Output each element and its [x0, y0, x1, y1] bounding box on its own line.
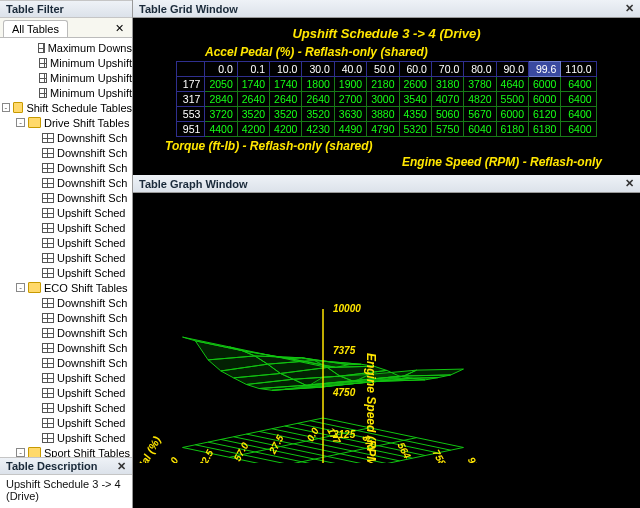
tree-item[interactable]: Downshift Sch [2, 190, 132, 205]
grid-cell[interactable]: 2640 [302, 92, 334, 107]
grid-cell[interactable]: 6400 [561, 92, 596, 107]
column-header[interactable]: 90.0 [496, 62, 528, 77]
column-header[interactable]: 40.0 [334, 62, 366, 77]
column-header[interactable]: 60.0 [399, 62, 431, 77]
grid-cell[interactable]: 1740 [270, 77, 302, 92]
tree-item[interactable]: Minimum Upshift [2, 70, 132, 85]
grid-cell[interactable]: 4200 [270, 122, 302, 137]
grid-cell[interactable]: 4230 [302, 122, 334, 137]
tree-item[interactable]: Upshift Sched [2, 430, 132, 445]
column-header[interactable]: 110.0 [561, 62, 596, 77]
grid-cell[interactable]: 3540 [399, 92, 431, 107]
grid-cell[interactable]: 6040 [464, 122, 496, 137]
grid-cell[interactable]: 2600 [399, 77, 431, 92]
grid-cell[interactable]: 3000 [367, 92, 399, 107]
grid-cell[interactable]: 6000 [528, 92, 560, 107]
tree-item[interactable]: Upshift Sched [2, 400, 132, 415]
grid-cell[interactable]: 3180 [431, 77, 463, 92]
row-header[interactable]: 951 [177, 122, 205, 137]
grid-cell[interactable]: 3520 [270, 107, 302, 122]
close-icon[interactable]: ✕ [117, 459, 126, 473]
row-header[interactable]: 317 [177, 92, 205, 107]
grid-cell[interactable]: 4350 [399, 107, 431, 122]
grid-cell[interactable]: 5320 [399, 122, 431, 137]
tree-item[interactable]: Minimum Upshift [2, 55, 132, 70]
close-icon[interactable]: ✕ [109, 20, 130, 37]
row-header[interactable]: 177 [177, 77, 205, 92]
tree-item[interactable]: Maximum Downs [2, 40, 132, 55]
tree-item[interactable]: Downshift Sch [2, 130, 132, 145]
grid-cell[interactable]: 6000 [496, 107, 528, 122]
grid-cell[interactable]: 3520 [237, 107, 269, 122]
grid-cell[interactable]: 5060 [431, 107, 463, 122]
tree-item[interactable]: Downshift Sch [2, 160, 132, 175]
grid-cell[interactable]: 2840 [205, 92, 237, 107]
grid-cell[interactable]: 6180 [496, 122, 528, 137]
grid-cell[interactable]: 6400 [561, 122, 596, 137]
column-header[interactable]: 80.0 [464, 62, 496, 77]
grid-cell[interactable]: 3880 [367, 107, 399, 122]
column-header[interactable]: 50.0 [367, 62, 399, 77]
grid-cell[interactable]: 1740 [237, 77, 269, 92]
graph-area[interactable]: 10000737547502125-5000.027.557.082.5110.… [133, 193, 640, 508]
grid-cell[interactable]: 6120 [528, 107, 560, 122]
graph-window-title-bar[interactable]: Table Graph Window ✕ [133, 175, 640, 193]
tree-item[interactable]: Minimum Upshift [2, 85, 132, 100]
tree-folder[interactable]: -ECO Shift Tables [2, 280, 132, 295]
grid-cell[interactable]: 4200 [237, 122, 269, 137]
grid-cell[interactable]: 4790 [367, 122, 399, 137]
column-header[interactable]: 0.1 [237, 62, 269, 77]
expand-toggle-icon[interactable]: - [16, 118, 25, 127]
tree-item[interactable]: Downshift Sch [2, 355, 132, 370]
grid-cell[interactable]: 5750 [431, 122, 463, 137]
column-header[interactable]: 0.0 [205, 62, 237, 77]
expand-toggle-icon[interactable]: - [16, 448, 25, 457]
tree-item[interactable]: Downshift Sch [2, 145, 132, 160]
tree-item[interactable]: Downshift Sch [2, 340, 132, 355]
grid-cell[interactable]: 6400 [561, 77, 596, 92]
row-header[interactable]: 553 [177, 107, 205, 122]
grid-cell[interactable]: 4070 [431, 92, 463, 107]
grid-cell[interactable]: 2640 [270, 92, 302, 107]
grid-cell[interactable]: 5500 [496, 92, 528, 107]
data-grid[interactable]: 0.00.110.030.040.050.060.070.080.090.099… [176, 61, 596, 137]
grid-cell[interactable]: 4640 [496, 77, 528, 92]
tree-item[interactable]: Upshift Sched [2, 265, 132, 280]
grid-cell[interactable]: 6180 [528, 122, 560, 137]
grid-cell[interactable]: 2640 [237, 92, 269, 107]
grid-cell[interactable]: 2700 [334, 92, 366, 107]
tree-item[interactable]: Upshift Sched [2, 235, 132, 250]
grid-cell[interactable]: 2050 [205, 77, 237, 92]
grid-cell[interactable]: 1900 [334, 77, 366, 92]
column-header[interactable]: 30.0 [302, 62, 334, 77]
tree-folder[interactable]: -Sport Shift Tables [2, 445, 132, 457]
tree-item[interactable]: Upshift Sched [2, 415, 132, 430]
tree-folder[interactable]: -Shift Schedule Tables [2, 100, 132, 115]
close-icon[interactable]: ✕ [625, 177, 634, 190]
tree-item[interactable]: Downshift Sch [2, 325, 132, 340]
tree-item[interactable]: Upshift Sched [2, 385, 132, 400]
grid-cell[interactable]: 3630 [334, 107, 366, 122]
table-tree[interactable]: Maximum DownsMinimum UpshiftMinimum Upsh… [0, 38, 132, 457]
tree-item[interactable]: Upshift Sched [2, 205, 132, 220]
expand-toggle-icon[interactable]: - [16, 283, 25, 292]
close-icon[interactable]: ✕ [625, 2, 634, 15]
grid-cell[interactable]: 1800 [302, 77, 334, 92]
tree-item[interactable]: Upshift Sched [2, 250, 132, 265]
grid-cell[interactable]: 4400 [205, 122, 237, 137]
tree-item[interactable]: Downshift Sch [2, 175, 132, 190]
grid-cell[interactable]: 6400 [561, 107, 596, 122]
tree-item[interactable]: Downshift Sch [2, 310, 132, 325]
grid-cell[interactable]: 4490 [334, 122, 366, 137]
tree-item[interactable]: Upshift Sched [2, 220, 132, 235]
tree-item[interactable]: Upshift Sched [2, 370, 132, 385]
grid-cell[interactable]: 6000 [528, 77, 560, 92]
grid-cell[interactable]: 2180 [367, 77, 399, 92]
tree-item[interactable]: Downshift Sch [2, 295, 132, 310]
grid-window-title-bar[interactable]: Table Grid Window ✕ [133, 0, 640, 18]
column-header[interactable]: 99.6 [528, 62, 560, 77]
grid-cell[interactable]: 4820 [464, 92, 496, 107]
column-header[interactable]: 10.0 [270, 62, 302, 77]
tab-all-tables[interactable]: All Tables [3, 20, 68, 37]
column-header[interactable]: 70.0 [431, 62, 463, 77]
